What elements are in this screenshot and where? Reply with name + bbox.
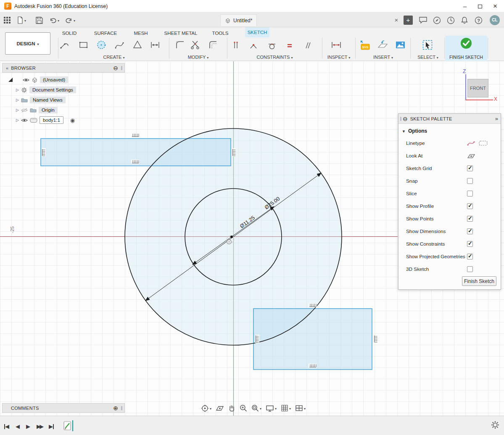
grid-snap-button[interactable]	[281, 404, 291, 412]
show-profile-checkbox[interactable]	[467, 203, 473, 209]
centerline-icon[interactable]	[479, 140, 488, 147]
select-tool-icon[interactable]	[422, 39, 433, 50]
trim-tool-icon[interactable]	[190, 39, 201, 50]
show-constraints-checkbox[interactable]	[467, 241, 473, 247]
browser-item-origin[interactable]: Origin	[39, 107, 58, 113]
browser-item-unsaved[interactable]: (Unsaved)	[40, 76, 68, 83]
tab-sheet-metal[interactable]: SHEET METAL	[164, 29, 198, 38]
finish-sketch-palette-button[interactable]: Finish Sketch	[462, 276, 496, 286]
browser-row-body[interactable]: body1:1	[16, 115, 75, 125]
insert-svg-icon[interactable]: SVG	[359, 39, 370, 50]
fillet-tool-icon[interactable]	[175, 39, 186, 50]
constraints-group-label[interactable]: CONSTRAINTS	[227, 55, 322, 60]
palette-collapse-icon[interactable]	[495, 115, 498, 122]
expand-caret-icon[interactable]	[16, 118, 19, 122]
maximize-button[interactable]	[473, 0, 487, 13]
modify-group-label[interactable]: MODIFY	[169, 55, 227, 60]
browser-collapse-icon[interactable]	[6, 66, 8, 71]
timeline-settings-gear-icon[interactable]	[491, 420, 500, 431]
zoom-window-button[interactable]	[251, 404, 261, 412]
show-dimensions-checkbox[interactable]	[467, 228, 473, 234]
finish-sketch-label[interactable]: FINISH SKETCH	[445, 55, 487, 60]
inspect-group-label[interactable]: INSPECT	[322, 55, 355, 60]
select-group-label[interactable]: SELECT	[411, 55, 445, 60]
browser-row-origin[interactable]: Origin	[16, 105, 58, 115]
tab-tools[interactable]: TOOLS	[210, 29, 230, 38]
comments-plus-icon[interactable]	[113, 405, 118, 411]
browser-resize-grip[interactable]	[121, 66, 123, 70]
notifications-bell-icon[interactable]	[461, 16, 468, 25]
browser-root-row[interactable]: (Unsaved)	[8, 75, 68, 84]
viewports-button[interactable]	[295, 405, 306, 411]
show-projected-checkbox[interactable]	[467, 254, 473, 259]
line-tool-icon[interactable]	[60, 39, 71, 50]
spline-tool-icon[interactable]	[114, 39, 125, 50]
visibility-eye-icon[interactable]	[21, 118, 28, 123]
workspace-selector[interactable]: DESIGN	[5, 32, 50, 55]
browser-item-body[interactable]: body1:1	[40, 116, 63, 124]
browser-extension-icon[interactable]	[433, 16, 441, 25]
show-points-checkbox[interactable]	[467, 216, 473, 222]
new-tab-button[interactable]	[404, 16, 413, 25]
timeline-sketch-feature[interactable]	[63, 419, 74, 433]
palette-grip-icon[interactable]	[400, 116, 402, 121]
tab-solid[interactable]: SOLID	[59, 29, 79, 38]
browser-panel-header[interactable]: BROWSER	[2, 63, 125, 73]
browser-row-document-settings[interactable]: Document Settings	[16, 85, 76, 94]
polygon-tool-icon[interactable]	[132, 39, 143, 50]
tab-close-icon[interactable]	[392, 16, 401, 24]
look-at-icon[interactable]	[467, 153, 475, 159]
avatar[interactable]: CL	[490, 15, 500, 25]
close-button[interactable]	[488, 0, 502, 13]
expand-caret-icon[interactable]	[16, 108, 19, 112]
constraint-parallel-icon[interactable]	[303, 41, 312, 50]
expand-caret-icon[interactable]	[16, 88, 19, 92]
browser-minus-icon[interactable]	[113, 65, 118, 71]
circle-tool-icon[interactable]	[96, 39, 107, 50]
viewcube-front-face[interactable]: FRONT	[467, 79, 488, 97]
insert-mesh-icon[interactable]	[377, 39, 388, 50]
construction-line-icon[interactable]	[467, 140, 476, 147]
job-status-icon[interactable]	[447, 16, 455, 25]
sketch-grid-checkbox[interactable]	[467, 165, 473, 171]
timeline-skip-start-button[interactable]	[4, 423, 9, 430]
sketch-palette-header[interactable]: SKETCH PALETTE	[398, 114, 501, 124]
slice-checkbox[interactable]	[467, 191, 473, 197]
minimize-button[interactable]	[458, 0, 472, 13]
orbit-button[interactable]	[201, 404, 211, 412]
finish-sketch-check-icon[interactable]	[460, 37, 472, 50]
measure-tool-icon[interactable]	[331, 39, 342, 50]
snap-checkbox[interactable]	[467, 178, 473, 184]
slot-tool-icon[interactable]	[150, 39, 161, 50]
file-menu-button[interactable]	[17, 16, 26, 25]
constraint-coincident-icon[interactable]	[249, 41, 258, 50]
tab-surface[interactable]: SURFACE	[92, 29, 119, 38]
timeline-play-button[interactable]	[26, 423, 30, 430]
save-icon[interactable]	[36, 16, 43, 25]
comments-resize-grip[interactable]	[121, 406, 123, 410]
comments-panel-header[interactable]: COMMENTS	[2, 403, 125, 413]
constraint-vertical-icon[interactable]	[231, 41, 240, 50]
browser-handle-icon[interactable]	[8, 78, 13, 82]
document-tab[interactable]: Untitled*	[220, 14, 257, 26]
visibility-eye-off-icon[interactable]	[21, 108, 28, 113]
offset-tool-icon[interactable]	[208, 39, 219, 50]
browser-item-document-settings[interactable]: Document Settings	[29, 86, 76, 93]
viewcube[interactable]: Z X FRONT	[460, 68, 502, 107]
browser-item-named-views[interactable]: Named Views	[30, 97, 66, 103]
browser-row-named-views[interactable]: Named Views	[16, 95, 66, 105]
rectangle-tool-icon[interactable]	[78, 39, 89, 50]
pan-button[interactable]	[228, 404, 235, 412]
display-settings-button[interactable]	[266, 405, 277, 412]
undo-button[interactable]	[49, 16, 59, 25]
options-expand-icon[interactable]	[398, 128, 408, 134]
constraint-equal-icon[interactable]	[285, 41, 294, 50]
timeline-step-back-button[interactable]	[16, 423, 20, 430]
help-icon[interactable]: ?	[475, 16, 483, 25]
expand-caret-icon[interactable]	[16, 98, 19, 102]
visibility-eye-icon[interactable]	[23, 78, 29, 82]
tab-sketch[interactable]: SKETCH	[245, 27, 269, 37]
timeline-skip-end-button[interactable]	[49, 423, 54, 430]
palette-minus-icon[interactable]	[403, 115, 408, 122]
activate-component-radio[interactable]	[70, 117, 75, 123]
